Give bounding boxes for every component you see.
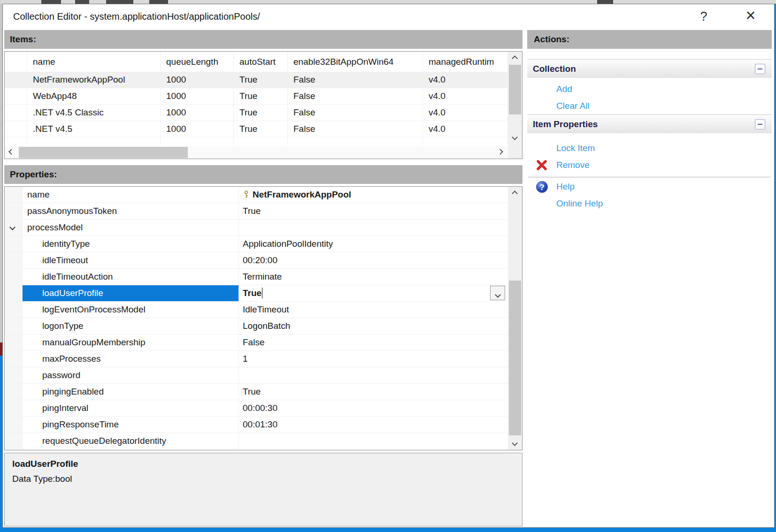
property-value-cell[interactable]: 00:20:00 xyxy=(239,252,522,268)
actions-pane: CollectionAddClear AllItem PropertiesLoc… xyxy=(527,51,772,527)
action-item-online-help[interactable]: Online Help xyxy=(527,195,772,212)
action-item-label[interactable]: Add xyxy=(556,84,572,94)
scroll-up-icon[interactable] xyxy=(512,190,518,197)
property-value-cell[interactable]: False xyxy=(239,334,522,350)
row-selector-cell[interactable] xyxy=(5,72,27,88)
property-value-cell[interactable]: NetFrameworkAppPool xyxy=(239,187,522,203)
property-value-cell[interactable]: 00:01:30 xyxy=(239,417,522,433)
property-value: 1 xyxy=(243,354,248,364)
table-cell: True xyxy=(234,105,288,121)
property-label: pingingEnabled xyxy=(42,387,104,396)
dialog-close-button[interactable]: × xyxy=(734,4,767,29)
items-horizontal-scrollbar[interactable] xyxy=(5,146,508,159)
property-value-cell[interactable] xyxy=(239,433,522,449)
property-value-cell[interactable]: 1 xyxy=(239,351,522,367)
svg-text:?: ? xyxy=(539,183,544,192)
property-label-cell[interactable]: idleTimeout xyxy=(23,252,239,268)
value-dropdown-button[interactable] xyxy=(490,286,505,300)
property-label-cell[interactable]: identityType xyxy=(23,236,239,252)
property-row: logonTypeLogonBatch xyxy=(5,318,522,334)
property-value: False xyxy=(243,337,264,347)
column-header-name[interactable]: name xyxy=(27,52,161,72)
property-label-cell[interactable]: passAnonymousToken xyxy=(23,203,239,219)
dialog-help-button[interactable]: ? xyxy=(687,4,720,29)
property-value-cell[interactable]: LogonBatch xyxy=(239,318,522,334)
property-value-cell[interactable]: True xyxy=(239,285,522,301)
property-label-cell[interactable]: name xyxy=(23,187,239,203)
table-cell: 1000 xyxy=(161,72,234,88)
spacer xyxy=(527,133,772,140)
row-selector-cell[interactable] xyxy=(5,88,27,104)
column-header-enable32BitAppOnWin64[interactable]: enable32BitAppOnWin64 xyxy=(288,52,423,72)
scroll-down-icon[interactable] xyxy=(512,440,518,446)
action-item-label[interactable]: Help xyxy=(556,182,575,191)
row-selector-header-cell xyxy=(5,52,27,72)
action-item-lock-item[interactable]: Lock Item xyxy=(527,140,772,157)
action-item-label[interactable]: Clear All xyxy=(556,101,590,111)
properties-vscroll-thumb[interactable] xyxy=(509,281,521,435)
property-label-cell[interactable]: logonType xyxy=(23,318,239,334)
action-item-add[interactable]: Add xyxy=(527,81,772,98)
property-label-cell[interactable]: logEventOnProcessModel xyxy=(23,302,239,318)
property-label-cell[interactable]: processModel xyxy=(23,220,239,236)
properties-vertical-scrollbar[interactable] xyxy=(508,187,522,450)
property-row: idleTimeout00:20:00 xyxy=(5,252,522,269)
table-cell: .NET v4.5 Classic xyxy=(27,105,161,121)
items-vertical-scrollbar[interactable] xyxy=(508,52,522,146)
column-header-managedRuntim[interactable]: managedRuntim xyxy=(423,52,508,72)
property-value-cell[interactable]: True xyxy=(239,384,522,400)
property-label-cell[interactable]: pingingEnabled xyxy=(23,384,239,400)
action-item-clear-all[interactable]: Clear All xyxy=(527,98,772,114)
collapse-group-button[interactable] xyxy=(755,64,765,74)
property-label-cell[interactable]: maxProcesses xyxy=(23,351,239,367)
row-selector-cell xyxy=(5,137,27,144)
table-row[interactable]: WebApp481000TrueFalsev4.0 xyxy=(5,88,508,105)
action-item-label[interactable]: Lock Item xyxy=(556,143,595,153)
property-label-cell[interactable]: password xyxy=(23,367,239,383)
items-table: namequeueLengthautoStartenable32BitAppOn… xyxy=(4,51,522,159)
collapse-group-button[interactable] xyxy=(755,119,765,129)
expander-collapse-icon[interactable] xyxy=(9,224,15,230)
table-row[interactable]: .NET v4.51000TrueFalsev4.0 xyxy=(5,121,508,137)
property-row-gutter xyxy=(5,367,23,383)
properties-rows: nameNetFrameworkAppPoolpassAnonymousToke… xyxy=(5,187,522,449)
property-value-cell[interactable]: 00:00:30 xyxy=(239,400,522,416)
items-hscroll-thumb[interactable] xyxy=(19,147,188,158)
action-item-label[interactable]: Remove xyxy=(556,160,590,170)
action-item-help[interactable]: ?Help xyxy=(527,178,772,195)
scroll-left-icon[interactable] xyxy=(8,149,15,155)
property-value-cell[interactable]: Terminate xyxy=(239,269,522,285)
scroll-right-icon[interactable] xyxy=(497,149,503,155)
column-header-queueLength[interactable]: queueLength xyxy=(161,52,234,72)
property-label-cell[interactable]: pingResponseTime xyxy=(23,417,239,433)
property-value-cell[interactable]: ApplicationPoolIdentity xyxy=(239,236,522,252)
property-label: passAnonymousToken xyxy=(27,206,117,216)
property-label-cell[interactable]: requestQueueDelegatorIdentity xyxy=(23,433,239,449)
property-value-cell[interactable] xyxy=(239,220,522,236)
property-row: pingInterval00:00:30 xyxy=(5,400,522,417)
property-value-cell[interactable]: True xyxy=(239,203,522,219)
property-value-cell[interactable]: IdleTimeout xyxy=(239,302,522,318)
property-row-gutter[interactable] xyxy=(5,220,23,236)
row-selector-cell[interactable] xyxy=(5,121,27,137)
property-description-panel: loadUserProfile Data Type:bool xyxy=(4,453,522,526)
action-item-label[interactable]: Online Help xyxy=(556,198,603,208)
scroll-down-icon[interactable] xyxy=(512,134,518,140)
action-item-remove[interactable]: Remove xyxy=(527,157,772,174)
action-group-title: Collection xyxy=(533,64,576,74)
action-group-header-collection: Collection xyxy=(527,59,772,78)
table-row[interactable]: .NET v4.5 Classic1000TrueFalsev4.0 xyxy=(5,105,508,121)
property-row-gutter xyxy=(5,318,23,334)
row-selector-cell[interactable] xyxy=(5,105,27,121)
table-cell: WebApp48 xyxy=(27,88,161,104)
property-label-cell[interactable]: idleTimeoutAction xyxy=(23,269,239,285)
property-label-cell[interactable]: loadUserProfile xyxy=(23,285,239,301)
property-label-cell[interactable]: pingInterval xyxy=(23,400,239,416)
property-label-cell[interactable]: manualGroupMembership xyxy=(23,334,239,350)
table-row[interactable]: NetFrameworkAppPool1000TrueFalsev4.0 xyxy=(5,72,508,88)
property-value-cell[interactable] xyxy=(239,367,522,383)
items-vscroll-thumb[interactable] xyxy=(509,65,521,114)
actions-section-header: Actions: xyxy=(527,30,772,49)
scroll-up-icon[interactable] xyxy=(512,55,518,61)
column-header-autoStart[interactable]: autoStart xyxy=(234,52,288,72)
